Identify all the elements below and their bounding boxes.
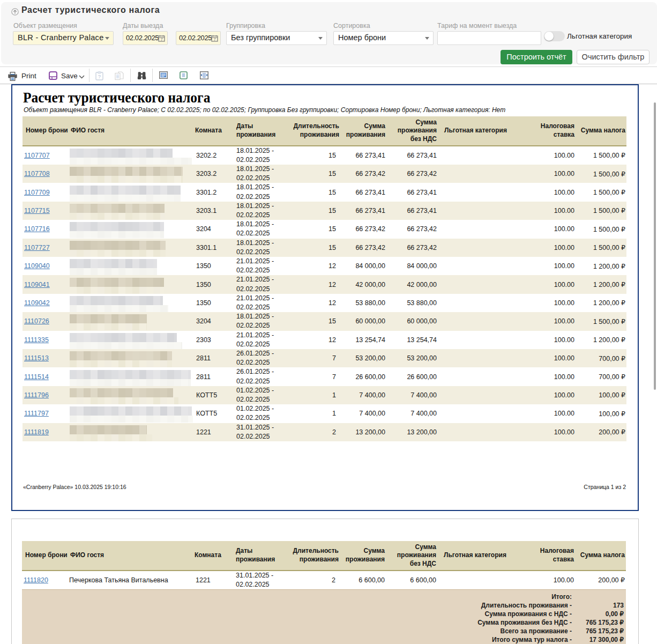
svg-text:?: ? [98, 73, 101, 79]
svg-text:7: 7 [214, 38, 216, 41]
svg-text:7: 7 [161, 38, 163, 41]
